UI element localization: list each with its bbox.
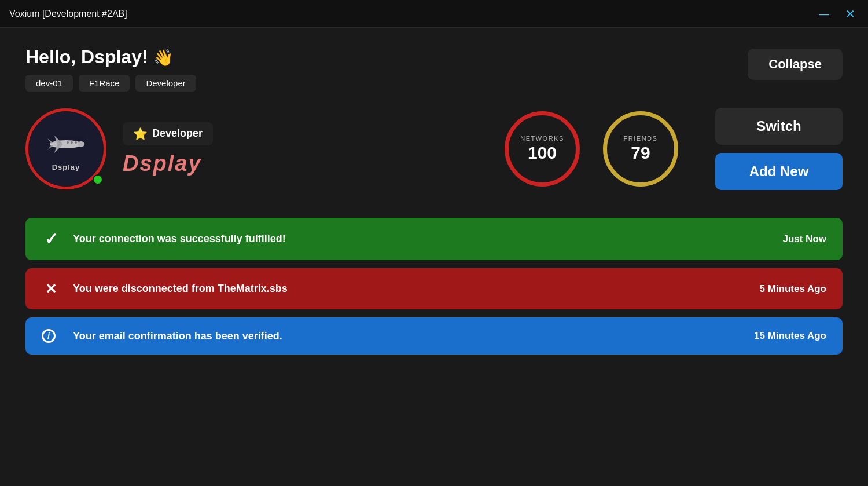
notification-success-left: Your connection was successfully fulfill…: [42, 229, 286, 249]
profile-info: ⭐ Developer Dsplay: [123, 122, 213, 176]
close-button[interactable]: ✕: [842, 6, 859, 22]
x-icon: [42, 280, 60, 298]
greeting-emoji: 👋: [153, 49, 174, 67]
svg-point-8: [75, 141, 77, 144]
avatar-wrapper: Dsplay: [25, 108, 106, 189]
avatar-plane: Dsplay: [29, 112, 103, 186]
username-display: Dsplay: [123, 151, 213, 176]
greeting-text: Hello, Dsplay! 👋: [25, 46, 196, 68]
notification-error-text: You were disconnected from TheMatrix.sbs: [73, 283, 288, 295]
badge-star-icon: ⭐: [133, 127, 148, 141]
developer-badge: ⭐ Developer: [123, 122, 213, 145]
networks-value: 100: [528, 143, 557, 163]
airplane-icon: [43, 127, 89, 162]
notification-error-time: 5 Minutes Ago: [759, 283, 826, 295]
check-icon: [42, 229, 60, 249]
notification-success-text: Your connection was successfully fulfill…: [73, 233, 286, 245]
online-status-dot: [93, 174, 103, 185]
notification-error: You were disconnected from TheMatrix.sbs…: [25, 268, 843, 309]
notification-info-time: 15 Minutes Ago: [754, 330, 826, 342]
stats-area: NETWORKS 100 FRIENDS 79: [505, 111, 678, 187]
friends-label: FRIENDS: [624, 135, 658, 142]
notification-info-text: Your email confirmation has been verifie…: [73, 330, 282, 342]
svg-point-1: [78, 141, 84, 147]
minimize-button[interactable]: —: [815, 6, 833, 21]
svg-point-0: [50, 140, 82, 148]
badge-label: Developer: [152, 127, 203, 140]
tag-dev01: dev-01: [25, 75, 73, 92]
app-title: Voxium [Development #2AB]: [9, 9, 127, 19]
notifications-list: Your connection was successfully fulfill…: [25, 218, 843, 355]
notification-info-left: i Your email confirmation has been verif…: [42, 329, 282, 343]
switch-button[interactable]: Switch: [715, 108, 843, 145]
greeting-section: Hello, Dsplay! 👋 dev-01 F1Race Developer: [25, 46, 196, 92]
friends-circle: FRIENDS 79: [603, 111, 678, 187]
collapse-button[interactable]: Collapse: [748, 49, 843, 80]
avatar-label: Dsplay: [52, 163, 80, 171]
networks-circle: NETWORKS 100: [505, 111, 580, 187]
tag-list: dev-01 F1Race Developer: [25, 75, 196, 92]
add-new-button[interactable]: Add New: [715, 153, 843, 190]
titlebar: Voxium [Development #2AB] — ✕: [0, 0, 868, 28]
tag-f1race: F1Race: [79, 75, 130, 92]
profile-row: Dsplay ⭐ Developer Dsplay NETWORKS 100 F…: [25, 108, 843, 190]
info-icon: i: [42, 329, 60, 343]
friends-value: 79: [631, 143, 650, 163]
notification-success-time: Just Now: [782, 233, 826, 245]
avatar-image: Dsplay: [29, 112, 103, 186]
notification-success: Your connection was successfully fulfill…: [25, 218, 843, 260]
notification-info: i Your email confirmation has been verif…: [25, 317, 843, 355]
main-content: Hello, Dsplay! 👋 dev-01 F1Race Developer…: [0, 28, 868, 373]
svg-point-7: [67, 141, 69, 144]
svg-marker-5: [47, 145, 53, 150]
notification-error-left: You were disconnected from TheMatrix.sbs: [42, 280, 288, 298]
svg-point-6: [71, 141, 73, 144]
header-row: Hello, Dsplay! 👋 dev-01 F1Race Developer…: [25, 46, 843, 92]
action-buttons: Switch Add New: [715, 108, 843, 190]
tag-developer: Developer: [135, 75, 196, 92]
svg-marker-4: [47, 138, 53, 143]
networks-label: NETWORKS: [520, 135, 564, 142]
window-controls: — ✕: [815, 6, 859, 22]
